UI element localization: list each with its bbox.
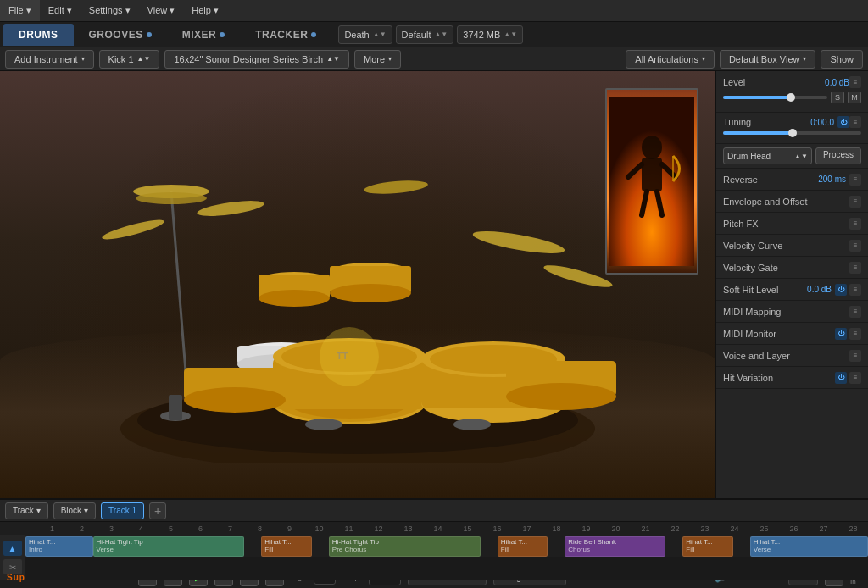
level-label: Level — [723, 77, 825, 87]
panel-menu-icon-2[interactable]: ≡ — [849, 218, 861, 230]
lane-content[interactable]: Hihat T...IntroHi-Hat Tight TipVerseHiha… — [25, 535, 868, 580]
menu-bar: File ▾ Edit ▾ Settings ▾ View ▾ Help ▾ — [0, 0, 868, 22]
panel-menu-icon-1[interactable]: ≡ — [849, 196, 861, 208]
block-3[interactable]: Hi-Hat Tight TipPre Chorus — [329, 536, 481, 557]
timeline-number-6: 6 — [186, 524, 215, 533]
panel-row-7[interactable]: MIDI Monitor⏻≡ — [716, 323, 868, 345]
tuning-section: Tuning 0:00.0 ⏻ ≡ — [716, 113, 868, 144]
svg-point-37 — [184, 387, 286, 413]
more-button[interactable]: More ▾ — [354, 50, 401, 69]
view-selector[interactable]: Default Box View ▾ — [720, 50, 816, 69]
panel-menu-icon-0[interactable]: ≡ — [849, 174, 861, 186]
panel-row-icons-4: ≡ — [849, 262, 861, 274]
tuning-slider-row — [723, 131, 861, 135]
track-lanes: ▲ ✂ Hihat T...IntroHi-Hat Tight TipVerse… — [0, 535, 868, 580]
tuning-slider[interactable] — [723, 131, 861, 135]
block-2[interactable]: Hihat T...Fill — [261, 536, 312, 557]
panel-menu-icon-9[interactable]: ≡ — [849, 372, 861, 384]
block-0[interactable]: Hihat T...Intro — [25, 536, 93, 557]
tab-bar: DRUMS GROOVES MIXER TRACKER Death ▲▼ Def… — [0, 22, 868, 47]
panel-row-label-8: Voice and Layer — [723, 351, 849, 361]
panel-menu-icon-4[interactable]: ≡ — [849, 262, 861, 274]
panel-row-2[interactable]: Pitch FX≡ — [716, 213, 868, 235]
panel-row-9[interactable]: Hit Variation⏻≡ — [716, 367, 868, 389]
block-button[interactable]: Block ▾ — [53, 502, 96, 519]
tuning-power-icon[interactable]: ⏻ — [837, 116, 849, 128]
drumhead-selector[interactable]: Drum Head ▲▼ — [723, 147, 812, 164]
svg-point-47 — [453, 419, 491, 430]
block-name-0: Hihat T... — [29, 538, 90, 546]
block-name-5: Ride Bell Shank — [568, 538, 662, 546]
menu-view[interactable]: View ▾ — [139, 0, 184, 21]
level-section: Level 0.0 dB ≡ S M — [716, 71, 868, 113]
process-button[interactable]: Process — [815, 147, 861, 164]
tuning-value: 0:00.0 — [810, 118, 834, 127]
timeline-number-3: 3 — [97, 524, 126, 533]
panel-row-6[interactable]: MIDI Mapping≡ — [716, 301, 868, 323]
svg-point-23 — [330, 284, 411, 302]
panel-power-icon-5[interactable]: ⏻ — [835, 284, 847, 296]
panel-menu-icon-3[interactable]: ≡ — [849, 240, 861, 252]
panel-menu-icon-7[interactable]: ≡ — [849, 328, 861, 340]
panel-row-8[interactable]: Voice and Layer≡ — [716, 345, 868, 367]
panel-row-0[interactable]: Reverse200 ms≡ — [716, 169, 868, 191]
add-instrument-button[interactable]: Add Instrument ▾ — [5, 50, 94, 69]
menu-settings[interactable]: Settings ▾ — [81, 0, 139, 21]
solo-button[interactable]: S — [831, 92, 844, 103]
tab-tracker[interactable]: TRACKER — [240, 24, 331, 46]
kick-selector[interactable]: Kick 1 ▲▼ — [99, 50, 160, 69]
menu-file[interactable]: File ▾ — [0, 0, 40, 21]
panel-menu-icon-5[interactable]: ≡ — [849, 284, 861, 296]
block-6[interactable]: Hihat T...Fill — [682, 536, 733, 557]
panel-row-icons-5: ⏻≡ — [835, 284, 861, 296]
block-7[interactable]: Hihat T...Verse — [750, 536, 868, 557]
track1-button[interactable]: Track 1 — [101, 502, 144, 519]
panel-row-label-5: Soft Hit Level — [723, 285, 807, 295]
tab-mixer[interactable]: MIXER — [167, 24, 241, 46]
tuning-menu-icon[interactable]: ≡ — [849, 116, 861, 128]
panel-menu-icon-6[interactable]: ≡ — [849, 306, 861, 318]
bottom-area: Track ▾ Block ▾ Track 1 + 12345678910111… — [0, 498, 868, 564]
block-5[interactable]: Ride Bell ShankChorus — [565, 536, 665, 557]
timeline-number-2: 2 — [67, 524, 97, 533]
block-sublabel-0: Intro — [29, 546, 90, 553]
kit-selector[interactable]: Death ▲▼ — [338, 25, 392, 44]
mute-button[interactable]: M — [848, 92, 861, 103]
block-name-3: Hi-Hat Tight Tip — [332, 538, 477, 546]
panel-row-3[interactable]: Velocity Curve≡ — [716, 235, 868, 257]
timeline-number-16: 16 — [482, 524, 512, 533]
svg-rect-45 — [169, 395, 182, 420]
kitpiece-selector[interactable]: 16x24" Sonor Designer Series Birch ▲▼ — [164, 50, 349, 69]
panel-power-icon-7[interactable]: ⏻ — [835, 328, 847, 340]
articulations-selector[interactable]: All Articulations ▾ — [626, 50, 715, 69]
panel-menu-icon-8[interactable]: ≡ — [849, 350, 861, 362]
timeline-number-28: 28 — [838, 524, 868, 533]
panel-row-4[interactable]: Velocity Gate≡ — [716, 257, 868, 279]
block-1[interactable]: Hi-Hat Tight TipVerse — [93, 536, 245, 557]
tab-drums[interactable]: DRUMS — [3, 24, 74, 46]
drum-svg-container: TT — [0, 71, 715, 498]
block-4[interactable]: Hihat T...Fill — [498, 536, 548, 557]
panel-row-label-9: Hit Variation — [723, 373, 835, 383]
tab-grooves[interactable]: GROOVES — [74, 24, 167, 46]
default-selector[interactable]: Default ▲▼ — [396, 25, 454, 44]
menu-help[interactable]: Help ▾ — [183, 0, 227, 21]
panel-row-label-1: Envelope and Offset — [723, 197, 849, 207]
timeline-number-17: 17 — [512, 524, 542, 533]
panel-row-5[interactable]: Soft Hit Level0.0 dB⏻≡ — [716, 279, 868, 301]
level-slider[interactable] — [723, 96, 827, 99]
select-tool[interactable]: ▲ — [3, 541, 22, 556]
menu-edit[interactable]: Edit ▾ — [40, 0, 81, 21]
block-name-7: Hihat T... — [754, 538, 865, 546]
timeline-number-9: 9 — [275, 524, 304, 533]
level-menu-icon[interactable]: ≡ — [849, 76, 861, 88]
panel-row-1[interactable]: Envelope and Offset≡ — [716, 191, 868, 213]
add-track-button[interactable]: + — [149, 502, 166, 519]
timeline-number-23: 23 — [690, 524, 720, 533]
timeline-number-19: 19 — [571, 524, 601, 533]
level-slider-row: S M — [723, 92, 861, 103]
show-button[interactable]: Show — [821, 50, 863, 69]
panel-power-icon-9[interactable]: ⏻ — [835, 372, 847, 384]
drum-kit-svg: TT — [86, 107, 629, 463]
track-button[interactable]: Track ▾ — [5, 502, 48, 519]
